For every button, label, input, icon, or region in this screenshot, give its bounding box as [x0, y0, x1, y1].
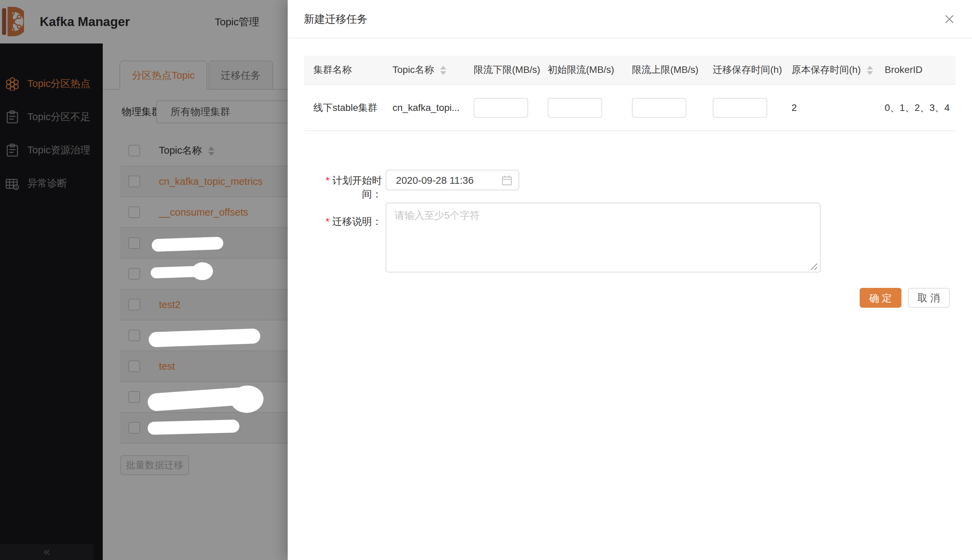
origin-retention-cell: 2 — [782, 102, 875, 113]
throttle-upper-input[interactable] — [632, 98, 686, 118]
migration-table-header-row: 集群名称 Topic名称 限流下限(MB/s) 初始限流(MB/s) 限流上限(… — [304, 55, 955, 85]
close-icon[interactable] — [940, 10, 959, 29]
col-origin-retention: 原本保存时间(h) — [782, 63, 875, 76]
col-throttle-lower: 限流下限(MB/s) — [464, 63, 538, 76]
cancel-button[interactable]: 取 消 — [908, 288, 950, 308]
topic-name-cell: cn_kafka_topi... — [383, 102, 464, 113]
col-migration-retention: 迁移保存时间(h) — [703, 63, 782, 76]
throttle-lower-input[interactable] — [474, 98, 528, 118]
migration-description-textarea[interactable] — [386, 203, 821, 272]
col-throttle-initial: 初始限流(MB/s) — [538, 63, 623, 76]
start-time-label: *计划开始时间： — [308, 174, 382, 201]
migration-topics-table: 集群名称 Topic名称 限流下限(MB/s) 初始限流(MB/s) 限流上限(… — [304, 55, 955, 131]
description-label: *迁移说明： — [308, 215, 382, 229]
redaction-blob — [151, 237, 223, 252]
start-time-input[interactable] — [386, 170, 503, 190]
throttle-initial-input[interactable] — [548, 98, 602, 118]
new-migration-task-drawer: 新建迁移任务 集群名称 Topic名称 限流下限(MB/s) 初始限流(MB/s… — [288, 0, 972, 560]
required-mark: * — [326, 175, 329, 186]
sort-icon[interactable] — [440, 66, 446, 75]
calendar-icon — [501, 175, 513, 187]
col-throttle-upper: 限流上限(MB/s) — [623, 63, 703, 76]
sort-icon[interactable] — [867, 66, 873, 75]
broker-id-cell: 0、1、2、3、4 — [875, 101, 955, 114]
screen: Kafka Manager Topic管理 Topic分区热点 — [0, 0, 972, 560]
migration-retention-input[interactable] — [713, 98, 767, 118]
redaction-blob — [150, 266, 202, 278]
confirm-button[interactable]: 确 定 — [860, 288, 902, 308]
migration-table-row: 线下stable集群 cn_kafka_topi... 2 0、1、2、3、4 — [304, 85, 955, 131]
drawer-header: 新建迁移任务 — [288, 0, 972, 38]
start-time-picker[interactable] — [386, 170, 519, 190]
redaction-blob — [148, 419, 240, 435]
col-cluster-name: 集群名称 — [304, 63, 383, 76]
cluster-name-cell: 线下stable集群 — [304, 101, 383, 114]
col-topic-name: Topic名称 — [383, 63, 464, 76]
col-broker-id: BrokerID — [875, 64, 955, 75]
drawer-title: 新建迁移任务 — [304, 0, 367, 38]
required-mark: * — [326, 216, 329, 227]
